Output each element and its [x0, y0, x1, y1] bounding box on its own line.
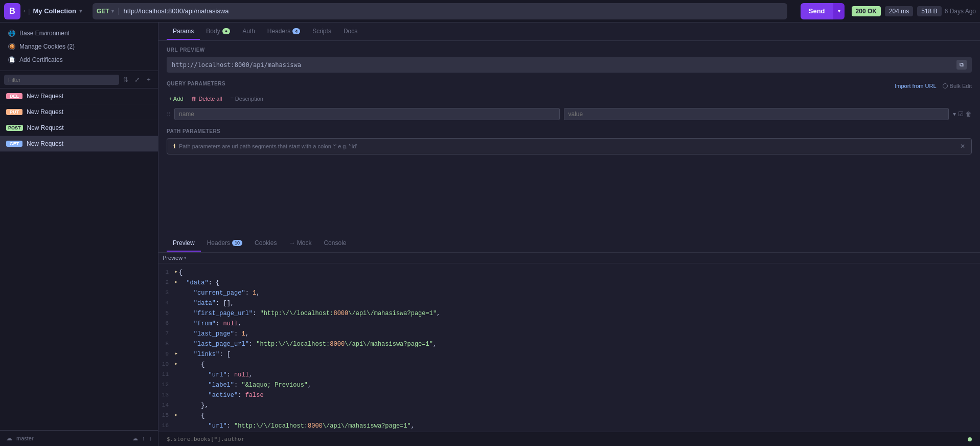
put-request-name: New Request [27, 108, 63, 116]
line-number: 13 [158, 391, 175, 400]
add-param-button[interactable]: + Add [167, 95, 185, 103]
fold-indicator[interactable] [175, 309, 179, 318]
code-line: 3 "current_page": 1, [158, 288, 980, 298]
collapse-chevron[interactable]: ‹ [24, 8, 25, 14]
line-number: 6 [158, 319, 175, 328]
import-bulk-area: Import from URL Bulk Edit [895, 83, 972, 89]
cert-icon: 📄 [8, 56, 15, 63]
url-preview-value: http://localhost:8000/api/mahasiswa [172, 61, 301, 69]
tab-body[interactable]: Body ● [200, 24, 236, 40]
param-check-btn[interactable]: ☑ [958, 110, 964, 118]
delete-all-params-button[interactable]: 🗑 Delete all [189, 95, 224, 103]
param-row: ⠿ ▾ ☑ 🗑 [167, 108, 972, 120]
preview-mode-button[interactable]: Preview ▾ [163, 255, 187, 261]
method-selector[interactable]: GET ▾ [93, 8, 119, 15]
code-line: 7 "last_page": 1, [158, 329, 980, 339]
tab-docs[interactable]: Docs [337, 24, 363, 40]
filter-input[interactable] [4, 75, 119, 85]
bulk-edit-toggle[interactable]: Bulk Edit [943, 83, 972, 89]
expand-button[interactable]: ⤢ [132, 75, 142, 84]
path-params-info-text: Path parameters are url path segments th… [179, 143, 357, 149]
path-info-close-button[interactable]: ✕ [960, 143, 965, 150]
sort-button[interactable]: ⇅ [121, 75, 130, 84]
collection-title[interactable]: My Collection ▼ [33, 7, 83, 15]
add-request-button[interactable]: ＋ [144, 74, 154, 85]
response-size-badge: 518 B [917, 6, 941, 16]
request-item-put[interactable]: PUT New Request [0, 104, 158, 120]
fold-indicator[interactable]: ▸ [175, 278, 179, 287]
response-tab-console[interactable]: Console [317, 235, 352, 252]
param-row-actions: ▾ ☑ 🗑 [953, 110, 972, 118]
fold-indicator[interactable] [175, 299, 179, 308]
fold-indicator[interactable] [175, 329, 179, 339]
tab-auth[interactable]: Auth [236, 24, 261, 40]
fold-indicator[interactable] [175, 421, 179, 431]
line-content: "first_page_url": "http:\/\/localhost:80… [179, 309, 440, 318]
line-number: 3 [158, 288, 175, 298]
line-content: "data": { [179, 278, 219, 287]
request-item-get[interactable]: GET New Request [0, 136, 158, 152]
fold-indicator[interactable] [175, 401, 179, 410]
fold-indicator[interactable] [175, 391, 179, 400]
send-dropdown-button[interactable]: ▾ [833, 3, 845, 19]
send-button[interactable]: Send [801, 3, 833, 19]
param-type-btn[interactable]: ▾ [953, 110, 956, 118]
info-icon: ℹ [173, 143, 176, 150]
drag-handle-icon[interactable]: ⠿ [167, 112, 170, 117]
line-number: 7 [158, 329, 175, 339]
get-method-tag: GET [6, 141, 22, 147]
line-content: "data": [], [179, 299, 234, 308]
response-tab-cookies[interactable]: Cookies [248, 235, 283, 252]
line-content: { [179, 360, 204, 369]
copy-url-button[interactable]: ⧉ [956, 60, 967, 70]
response-tab-preview[interactable]: Preview [167, 235, 201, 252]
line-number: 5 [158, 309, 175, 318]
sidebar-item-base-env[interactable]: 🌐 Base Environment [0, 27, 158, 40]
fold-indicator[interactable]: ▸ [175, 268, 179, 277]
tab-headers[interactable]: Headers 4 [261, 24, 306, 40]
sidebar-bottom: ☁ master ☁ ↑ ↓ [0, 430, 158, 446]
description-button[interactable]: ≡ Description [228, 95, 265, 103]
line-content: "from": null, [179, 319, 241, 328]
timestamp: 6 Days Ago [945, 8, 976, 15]
fold-indicator[interactable] [175, 319, 179, 328]
line-content: "url": null, [179, 370, 253, 380]
status-indicator [968, 437, 972, 441]
upload-icon: ↑ [142, 435, 145, 441]
param-delete-btn[interactable]: 🗑 [966, 110, 972, 118]
response-tab-mock[interactable]: → Mock [283, 235, 317, 252]
import-from-url-link[interactable]: Import from URL [895, 83, 936, 89]
param-name-input[interactable] [174, 108, 560, 120]
sidebar-item-cookies[interactable]: 🍪 Manage Cookies (2) [0, 40, 158, 53]
post-method-tag: POST [6, 125, 23, 131]
url-preview-box: http://localhost:8000/api/mahasiswa ⧉ [167, 57, 972, 73]
param-value-input[interactable] [564, 108, 949, 120]
response-headers-badge: 10 [232, 240, 242, 246]
path-params-label: PATH PARAMETERS [167, 128, 972, 134]
fold-indicator[interactable] [175, 381, 179, 390]
line-content: "last_page": 1, [179, 329, 249, 339]
request-item-del[interactable]: DEL New Request [0, 88, 158, 104]
fold-indicator[interactable]: ▸ [175, 411, 179, 420]
certs-label: Add Certificates [19, 56, 63, 63]
request-item-post[interactable]: POST New Request [0, 120, 158, 136]
sidebar-item-certs[interactable]: 📄 Add Certificates [0, 53, 158, 66]
get-request-name: New Request [27, 140, 63, 147]
fold-indicator[interactable] [175, 370, 179, 380]
line-number: 10 [158, 360, 175, 369]
code-line: 16 "url": "http:\/\/localhost:8000\/api\… [158, 421, 980, 431]
code-line: 2▸ "data": { [158, 278, 980, 288]
branch-icon: ☁ [6, 435, 12, 442]
main-layout: 🌐 Base Environment 🍪 Manage Cookies (2) … [0, 23, 980, 446]
response-tab-headers[interactable]: Headers 10 [201, 235, 248, 252]
tab-scripts[interactable]: Scripts [306, 24, 337, 40]
fold-indicator[interactable] [175, 288, 179, 298]
url-input[interactable] [119, 7, 787, 15]
line-content: "last_page_url": "http:\/\/localhost:800… [179, 340, 437, 349]
fold-indicator[interactable]: ▸ [175, 350, 179, 359]
code-line: 9▸ "links": [ [158, 349, 980, 360]
tab-params[interactable]: Params [167, 24, 200, 40]
jsonpath-input[interactable] [167, 436, 964, 442]
fold-indicator[interactable] [175, 340, 179, 349]
fold-indicator[interactable]: ▸ [175, 360, 179, 369]
